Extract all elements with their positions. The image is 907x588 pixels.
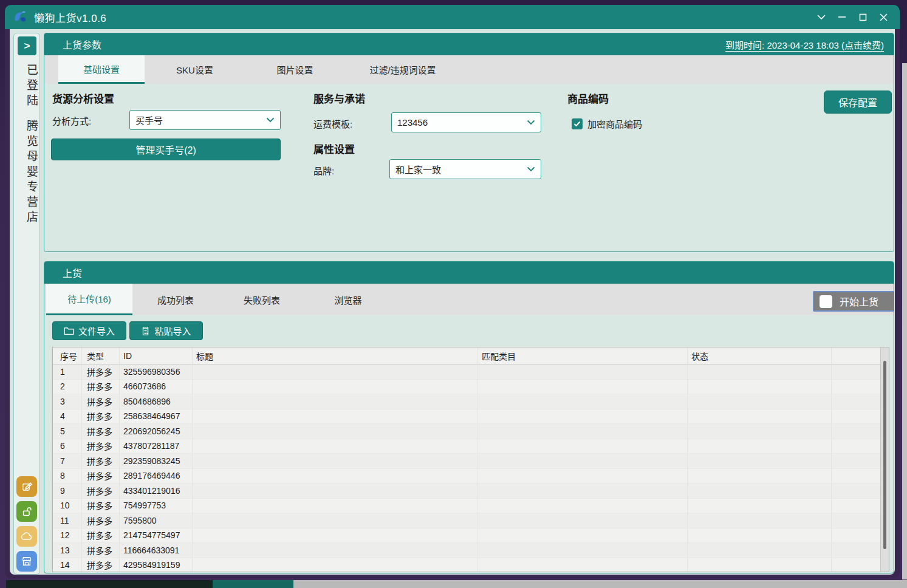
- chevron-down-icon: [527, 166, 535, 172]
- params-panel: 上货参数 到期时间: 2023-04-23 18:03 (点击续费) 基础设置 …: [44, 33, 894, 252]
- header-id[interactable]: ID: [120, 347, 193, 364]
- cell-status: [688, 543, 832, 558]
- desktop: 懒狗上货v1.0.6 > 已登陆 腾览母婴专营店: [0, 0, 907, 588]
- cell-no: 4: [53, 409, 82, 425]
- params-panel-header: 上货参数 到期时间: 2023-04-23 18:03 (点击续费): [44, 33, 894, 55]
- store-name-text: 腾览母婴专营店: [14, 120, 39, 226]
- cell-status: [688, 499, 832, 514]
- cell-no: 2: [53, 380, 82, 395]
- cell-title: [193, 364, 478, 380]
- table-row[interactable]: 2 拼多多 466073686: [53, 380, 880, 395]
- start-upload-button[interactable]: 开始上货: [813, 291, 894, 312]
- cell-status: [688, 469, 832, 484]
- cell-extra: [832, 439, 880, 454]
- cell-status: [688, 454, 832, 469]
- table-scrollbar-thumb[interactable]: [883, 361, 886, 549]
- maximize-icon[interactable]: [852, 8, 873, 26]
- header-no[interactable]: 序号: [53, 347, 82, 364]
- table-row[interactable]: 3 拼多多 8504686896: [53, 394, 880, 409]
- minimize-icon[interactable]: [832, 8, 852, 26]
- tab-pending-upload[interactable]: 待上传(16): [46, 284, 132, 315]
- sidebar-collapse-button[interactable]: >: [18, 36, 36, 55]
- table-row[interactable]: 14 拼多多 429584919159: [53, 558, 880, 572]
- cell-no: 10: [53, 499, 82, 514]
- cell-category: [478, 469, 688, 484]
- analysis-method-select[interactable]: 买手号: [129, 110, 281, 130]
- header-category[interactable]: 匹配类目: [478, 347, 688, 364]
- table-row[interactable]: 1 拼多多 325596980356: [53, 364, 880, 380]
- cell-no: 6: [53, 439, 82, 454]
- params-panel-title: 上货参数: [63, 37, 101, 52]
- tab-image-settings[interactable]: 图片设置: [245, 55, 345, 84]
- upload-panel-title: 上货: [63, 265, 82, 280]
- cell-id: 258638464967: [120, 409, 193, 425]
- file-import-button[interactable]: 文件导入: [52, 321, 126, 340]
- cell-extra: [832, 558, 880, 572]
- unlock-button[interactable]: [16, 501, 37, 522]
- edit-button[interactable]: [16, 476, 37, 497]
- shop-button[interactable]: [16, 551, 37, 572]
- header-type[interactable]: 类型: [82, 347, 120, 364]
- cell-type: 拼多多: [82, 543, 120, 558]
- cell-extra: [832, 409, 880, 425]
- table-scrollbar[interactable]: [880, 347, 889, 572]
- tab-failed-list[interactable]: 失败列表: [219, 284, 305, 315]
- table-row[interactable]: 12 拼多多 214754775497: [53, 528, 880, 544]
- table-row[interactable]: 8 拼多多 289176469446: [53, 469, 880, 484]
- tab-success-list[interactable]: 成功列表: [132, 284, 219, 315]
- cell-category: [478, 424, 688, 439]
- table-row[interactable]: 13 拼多多 116664633091: [53, 543, 880, 558]
- cell-title: [193, 409, 478, 425]
- expiry-renew-link[interactable]: 到期时间: 2023-04-23 18:03 (点击续费): [725, 38, 884, 51]
- manage-buyer-accounts-button[interactable]: 管理买手号(2): [51, 138, 281, 160]
- cell-category: [478, 380, 688, 395]
- cell-category: [478, 454, 688, 469]
- cell-extra: [832, 380, 880, 395]
- tab-sku-settings[interactable]: SKU设置: [145, 55, 245, 84]
- close-icon[interactable]: [873, 8, 894, 26]
- encrypt-code-checkbox-row[interactable]: 加密商品编码: [572, 117, 642, 130]
- table-row[interactable]: 5 拼多多 220692056245: [53, 424, 880, 439]
- upload-panel-header: 上货: [44, 262, 894, 284]
- cell-extra: [832, 469, 880, 484]
- paste-import-label: 粘贴导入: [154, 324, 191, 337]
- freight-template-select[interactable]: 123456: [391, 112, 541, 132]
- table-row[interactable]: 11 拼多多 7595800: [53, 513, 880, 528]
- cell-extra: [832, 499, 880, 514]
- tab-basic-settings[interactable]: 基础设置: [58, 55, 145, 84]
- tab-filter-settings[interactable]: 过滤/违规词设置: [345, 55, 460, 84]
- cell-extra: [832, 394, 880, 409]
- cell-extra: [832, 454, 880, 469]
- table-row[interactable]: 10 拼多多 754997753: [53, 499, 880, 514]
- header-title[interactable]: 标题: [193, 347, 478, 364]
- header-status[interactable]: 状态: [688, 347, 832, 364]
- cell-extra: [832, 513, 880, 528]
- app-logo-icon: [12, 9, 29, 25]
- sidebar-tools: [14, 476, 39, 572]
- tab-browser[interactable]: 浏览器: [305, 284, 391, 315]
- table-row[interactable]: 4 拼多多 258638464967: [53, 409, 880, 425]
- chevron-down-icon[interactable]: [811, 8, 832, 26]
- save-config-button[interactable]: 保存配置: [824, 91, 892, 114]
- cell-status: [688, 364, 832, 380]
- cell-type: 拼多多: [82, 513, 120, 528]
- cell-type: 拼多多: [82, 439, 120, 454]
- cell-id: 8504686896: [120, 394, 193, 409]
- cell-no: 9: [53, 484, 82, 499]
- cell-id: 292359083245: [120, 454, 193, 469]
- brand-select[interactable]: 和上家一致: [389, 159, 541, 179]
- table-row[interactable]: 7 拼多多 292359083245: [53, 454, 880, 469]
- table-header-row: 序号 类型 ID 标题 匹配类目 状态: [53, 347, 880, 364]
- cell-title: [193, 439, 478, 454]
- checkbox-checked-icon[interactable]: [572, 118, 583, 129]
- cell-no: 8: [53, 469, 82, 484]
- start-upload-checkbox[interactable]: [820, 295, 832, 308]
- cell-type: 拼多多: [82, 364, 120, 380]
- params-panel-body: 货源分析设置 分析方式: 买手号 管理买手号(2) 服务与承诺 运费模板: 12…: [44, 84, 894, 251]
- cell-no: 13: [53, 543, 82, 558]
- cell-extra: [832, 424, 880, 439]
- table-row[interactable]: 6 拼多多 437807281187: [53, 439, 880, 454]
- cloud-button[interactable]: [16, 526, 37, 547]
- paste-import-button[interactable]: 粘贴导入: [129, 321, 203, 340]
- table-row[interactable]: 9 拼多多 433401219016: [53, 484, 880, 499]
